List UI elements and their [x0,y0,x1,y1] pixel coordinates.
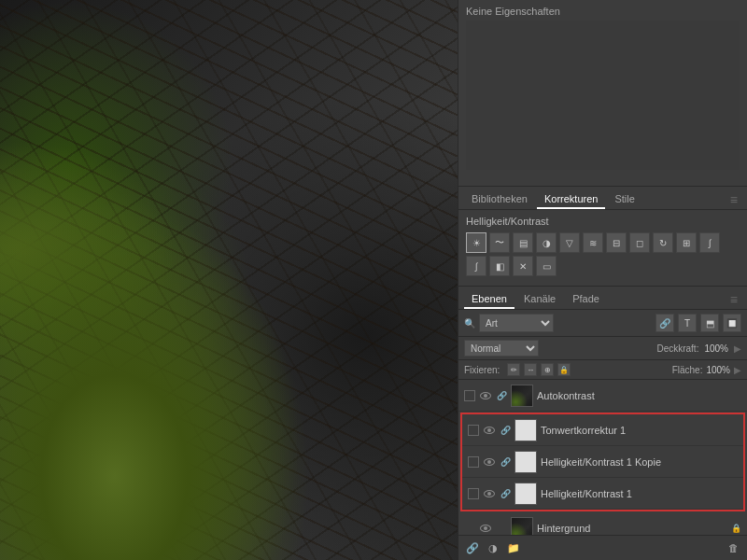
properties-title: Keine Eigenschaften [466,6,740,17]
layers-toolbar: 🔍 Art 🔗 T ⬒ 🔲 [458,310,747,337]
layers-bottom-toolbar: 🔗 ◑ 📁 🗑 [458,535,747,560]
layers-lock-row: Fixieren: ✏ ↔ ⊕ 🔒 Fläche: 100% ▶ [458,360,747,380]
layers-panel: Ebenen Kanäle Pfade ≡ 🔍 Art 🔗 T ⬒ 🔲 Norm… [458,287,747,560]
tab-korrekturen[interactable]: Korrekturen [537,190,605,209]
curves-icon[interactable]: 〜 [489,232,510,253]
layer-item[interactable]: 🔗 Helligkeit/Kontrast 1 Kopie [462,446,743,478]
canvas-image [0,0,458,560]
levels-icon[interactable]: ▤ [513,232,533,253]
lock-artboard-icon[interactable]: ⊕ [541,363,554,376]
layer-thumbnail [511,517,533,536]
layer-group-icon[interactable]: 🔲 [723,314,741,332]
curves2-icon[interactable]: ∫ [699,232,720,253]
brightness-icon[interactable]: ☀ [466,232,486,253]
fill-arrow[interactable]: ▶ [734,365,741,375]
layer-checkbox[interactable] [468,488,479,499]
layer-item[interactable]: 🔗 Helligkeit/Kontrast 1 [462,478,743,510]
lock-move-icon[interactable]: ↔ [524,363,537,376]
layers-mode-row: Normal Deckkraft: 100% ▶ [458,337,747,360]
layer-checkbox[interactable] [468,425,479,436]
link-layer-icon[interactable]: 🔗 [655,314,674,332]
layer-lock-icon: 🔒 [730,523,741,534]
layer-link-icon: 🔗 [500,488,511,499]
fill-label: Fläche: [672,365,703,375]
layer-visibility-toggle[interactable] [483,487,496,500]
layer-type-select[interactable]: Art [479,314,554,332]
eye-icon [484,490,495,497]
tab-kanaele[interactable]: Kanäle [516,290,563,309]
eye-icon [480,525,491,532]
layer-link-icon: 🔗 [500,425,511,436]
link-icon[interactable]: 🔗 [464,539,481,556]
layer-item[interactable]: 🔗 Tonwertkorrektur 1 [462,414,743,446]
properties-content [466,21,740,170]
opacity-arrow[interactable]: ▶ [734,343,741,354]
layer-checkbox[interactable] [468,456,479,468]
layers-list: 🔗 Autokontrast 🔗 Tonwertkorrektur 1 [458,380,747,535]
layers-tabs: Ebenen Kanäle Pfade ≡ [458,287,747,310]
cross-icon[interactable]: ✕ [513,256,533,276]
layer-visibility-toggle[interactable] [479,522,492,535]
mask-icon[interactable]: ◧ [489,256,510,276]
layer-link-icon: 🔗 [500,456,511,468]
rotate-icon[interactable]: ↻ [653,232,673,253]
hue-icon[interactable]: ≋ [583,232,603,253]
corrections-icons: ☀ 〜 ▤ ◑ ▽ ≋ ⊟ ◻ ↻ ⊞ ∫ ∫ ◧ ✕ ▭ [466,232,740,276]
lock-pixels-icon[interactable]: ✏ [507,363,520,376]
rect-icon[interactable]: ▭ [536,256,557,276]
layer-visibility-toggle[interactable] [483,424,496,437]
selected-layers-group: 🔗 Tonwertkorrektur 1 🔗 Helligkeit/Kontra… [460,413,745,511]
tab-stile[interactable]: Stile [607,190,641,209]
right-panel: Keine Eigenschaften Bibliotheken Korrekt… [458,0,747,560]
corrections-menu-icon[interactable]: ≡ [726,190,741,209]
layer-thumbnail [514,419,537,441]
adjustment-icon[interactable]: ◑ [485,539,501,556]
channel-icon[interactable]: ◻ [629,232,650,253]
properties-panel: Keine Eigenschaften [458,0,747,187]
canvas-area [0,0,458,560]
opacity-label: Deckkraft: [656,343,698,354]
search-icon: 🔍 [464,318,475,329]
layer-link-icon: 🔗 [496,390,507,401]
grid-icon[interactable]: ⊞ [676,232,697,253]
layers-menu-icon[interactable]: ≡ [726,290,741,309]
corrections-subtitle: Helligkeit/Kontrast [466,216,740,227]
curves3-icon[interactable]: ∫ [466,256,486,276]
layer-name: Helligkeit/Kontrast 1 [541,488,738,499]
layer-visibility-toggle[interactable] [483,455,496,469]
new-folder-icon[interactable]: 📁 [505,539,522,556]
arrow-icon[interactable]: ▽ [559,232,580,253]
layer-name: Hintergrund [537,523,726,534]
balance-icon[interactable]: ⊟ [606,232,627,253]
adjustment-layer-icon[interactable]: ⬒ [700,314,719,332]
exposure-icon[interactable]: ◑ [536,232,557,253]
blend-mode-select[interactable]: Normal [464,340,539,357]
eye-icon [484,458,495,466]
layer-visibility-toggle[interactable] [479,389,492,402]
corrections-tabs: Bibliotheken Korrekturen Stile ≡ [458,187,747,210]
tab-ebenen[interactable]: Ebenen [464,290,514,309]
layer-item[interactable]: 🔗 Hintergrund 🔒 [458,512,747,535]
layer-checkbox[interactable] [464,390,475,401]
layer-name: Autokontrast [537,390,741,401]
opacity-value: 100% [704,343,728,354]
fill-value: 100% [706,365,730,375]
text-icon[interactable]: T [678,314,697,332]
eye-icon [480,392,491,399]
lock-all-icon[interactable]: 🔒 [557,363,571,376]
tab-bibliotheken[interactable]: Bibliotheken [464,190,535,209]
tab-pfade[interactable]: Pfade [565,290,607,309]
eye-icon [484,427,495,434]
layer-name: Tonwertkorrektur 1 [541,425,738,436]
corrections-panel: Helligkeit/Kontrast ☀ 〜 ▤ ◑ ▽ ≋ ⊟ ◻ ↻ ⊞ … [458,210,747,287]
layer-name: Helligkeit/Kontrast 1 Kopie [541,456,738,468]
layer-thumbnail [514,483,537,505]
layer-thumbnail [514,451,537,473]
layer-item[interactable]: 🔗 Autokontrast [458,380,747,412]
delete-layer-icon[interactable]: 🗑 [725,539,741,556]
layer-thumbnail [511,385,533,407]
lock-label: Fixieren: [464,365,500,375]
